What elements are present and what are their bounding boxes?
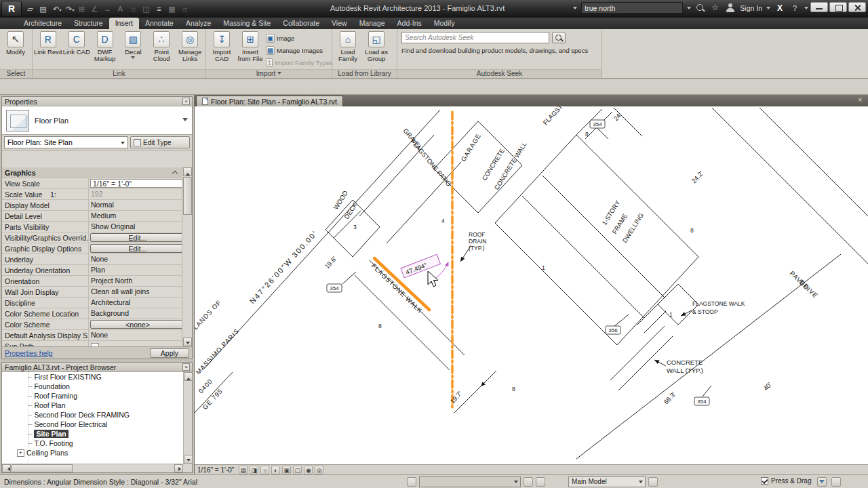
ribbon-button[interactable]: ∴ Point Cloud bbox=[147, 30, 176, 68]
property-row[interactable]: Discipline Architectural bbox=[2, 298, 192, 308]
aligned-dimension-icon[interactable]: ↔ bbox=[102, 3, 113, 14]
scroll-down-icon[interactable] bbox=[184, 455, 193, 464]
close-icon[interactable] bbox=[182, 363, 190, 371]
browser-vertical-scrollbar[interactable] bbox=[183, 372, 192, 464]
seek-panel-title[interactable]: Autodesk Seek bbox=[397, 69, 601, 78]
visual-style-icon[interactable]: ◨ bbox=[250, 466, 258, 474]
browser-horizontal-scrollbar[interactable] bbox=[2, 464, 183, 472]
redo-icon[interactable]: ↷ bbox=[63, 3, 75, 14]
search-icon[interactable] bbox=[695, 3, 706, 14]
ribbon-tab[interactable]: Insert bbox=[109, 18, 139, 29]
modify-button[interactable]: ↖ Modify bbox=[1, 30, 30, 68]
property-value[interactable]: 192 bbox=[89, 189, 192, 199]
ribbon-button[interactable]: R Link Revit bbox=[34, 30, 62, 68]
maximize-button[interactable] bbox=[829, 2, 847, 12]
apply-button[interactable]: Apply bbox=[150, 348, 189, 358]
detail-level-icon[interactable]: ▤ bbox=[239, 466, 248, 474]
property-value[interactable]: Edit... bbox=[89, 232, 192, 243]
browser-tree-item[interactable]: First Floor EXISTING bbox=[2, 372, 183, 382]
property-row[interactable]: Graphic Display Options Edit... bbox=[2, 243, 192, 254]
section-icon[interactable]: ◫ bbox=[140, 3, 152, 14]
ribbon-tab[interactable]: Architecture bbox=[18, 18, 68, 29]
close-view-icon[interactable] bbox=[856, 96, 865, 105]
ribbon-button[interactable]: ⊞ Insert from File bbox=[236, 30, 264, 68]
property-value[interactable]: <none> bbox=[89, 319, 192, 329]
ribbon-tab[interactable]: Structure bbox=[68, 18, 109, 29]
sign-in-button[interactable]: Sign In bbox=[740, 4, 762, 12]
browser-tree-item[interactable]: Second Floor Deck FRAMING bbox=[2, 410, 183, 420]
chevron-down-icon[interactable] bbox=[182, 118, 188, 124]
open-icon[interactable]: ▱ bbox=[24, 3, 36, 14]
browser-tree-item[interactable]: T.O. Footing bbox=[2, 439, 183, 448]
angle-dimension-label[interactable]: 47.494° bbox=[401, 254, 441, 277]
show-crop-region-icon[interactable]: ▢ bbox=[293, 466, 302, 474]
ribbon-tab[interactable]: Annotate bbox=[139, 18, 180, 29]
print-icon[interactable]: ⊞ bbox=[76, 3, 87, 14]
ribbon-tab[interactable]: Modify bbox=[428, 18, 461, 29]
favorites-icon[interactable] bbox=[710, 3, 721, 14]
property-value[interactable] bbox=[89, 341, 192, 346]
property-value[interactable]: None bbox=[89, 254, 192, 264]
ribbon-button[interactable]: D DWF Markup bbox=[91, 30, 119, 68]
select-panel-title[interactable]: Select bbox=[0, 69, 32, 78]
browser-tree-item[interactable]: Ceiling Plans bbox=[2, 448, 183, 458]
edit-type-button[interactable]: Edit Type bbox=[130, 136, 190, 148]
property-row[interactable]: Detail Level Medium bbox=[2, 211, 192, 222]
property-row[interactable]: Underlay None bbox=[2, 254, 192, 265]
measure-icon[interactable]: ∠ bbox=[89, 3, 100, 14]
property-row[interactable]: Default Analysis Display S... None bbox=[2, 330, 192, 341]
drawing-area[interactable]: 47.494° N47°26'00"W 300.00' LANDS OF MAS… bbox=[195, 106, 868, 464]
chevron-down-icon[interactable] bbox=[687, 7, 691, 12]
ribbon-small-button[interactable]: ↥ Import Family Types bbox=[264, 56, 330, 68]
type-selector[interactable]: Floor Plan bbox=[2, 106, 192, 135]
infocenter-search-input[interactable] bbox=[581, 2, 683, 14]
property-row[interactable]: Underlay Orientation Plan bbox=[2, 265, 192, 276]
property-value[interactable]: Architectural bbox=[89, 298, 192, 308]
property-value[interactable]: Plan bbox=[89, 265, 192, 275]
design-option-combobox[interactable]: Main Model bbox=[568, 476, 646, 487]
properties-header[interactable]: Properties bbox=[2, 97, 192, 106]
minimize-button[interactable] bbox=[810, 2, 828, 12]
properties-scrollbar[interactable] bbox=[182, 167, 192, 346]
ribbon-tab[interactable]: View bbox=[326, 18, 353, 29]
ribbon-button[interactable]: ◱ Load as Group bbox=[362, 30, 391, 68]
filter-icon[interactable] bbox=[817, 477, 827, 487]
import-panel-title[interactable]: Import bbox=[206, 69, 332, 78]
close-button[interactable] bbox=[848, 2, 866, 12]
load-panel-title[interactable]: Load from Library bbox=[332, 69, 397, 78]
ribbon-tab[interactable]: Manage bbox=[353, 18, 391, 29]
browser-tree-item[interactable]: Site Plan bbox=[2, 429, 183, 439]
property-row[interactable]: Scale Value 1: 192 bbox=[2, 189, 192, 200]
property-row[interactable]: Parts Visibility Show Original bbox=[2, 222, 192, 232]
ribbon-tab[interactable]: Massing & Site bbox=[217, 18, 277, 29]
temporary-hide-isolate-icon[interactable]: ◉ bbox=[304, 466, 313, 474]
chevron-down-icon[interactable] bbox=[766, 7, 770, 12]
ribbon-button[interactable]: ⌂ Load Family bbox=[334, 30, 362, 68]
property-value[interactable]: Clean all wall joins bbox=[89, 287, 192, 297]
browser-tree-item[interactable]: Roof Plan bbox=[2, 401, 183, 410]
crop-view-icon[interactable]: ▣ bbox=[282, 466, 291, 474]
ribbon-button[interactable]: ◎ Manage Links bbox=[176, 30, 204, 68]
property-row[interactable]: Color Scheme <none> bbox=[2, 319, 192, 330]
shadows-icon[interactable]: ◐ bbox=[271, 466, 280, 474]
link-panel-title[interactable]: Link bbox=[33, 69, 205, 78]
switch-windows-icon[interactable]: ▦ bbox=[166, 3, 178, 14]
worksets-icon[interactable] bbox=[407, 477, 416, 487]
browser-tree-item[interactable]: Second Floor Electrical bbox=[2, 420, 183, 429]
property-value[interactable]: Background bbox=[89, 308, 192, 319]
exchange-apps-icon[interactable]: X bbox=[774, 3, 785, 14]
project-browser-header[interactable]: Famiglio ALT3.rvt - Project Browser bbox=[2, 363, 192, 372]
scroll-down-icon[interactable] bbox=[183, 338, 192, 346]
ribbon-button[interactable]: C Link CAD bbox=[62, 30, 91, 68]
exclude-options-icon[interactable] bbox=[648, 477, 658, 487]
property-value[interactable]: None bbox=[89, 330, 192, 340]
text-icon[interactable]: A bbox=[115, 3, 126, 14]
view-scale-button[interactable]: 1/16" = 1'-0" bbox=[197, 466, 234, 474]
property-row[interactable]: Graphics bbox=[2, 167, 192, 178]
selection-toggle-icon[interactable] bbox=[831, 477, 841, 487]
seek-search-input[interactable] bbox=[401, 32, 549, 43]
view-tab[interactable]: Floor Plan: Site Plan - Famiglio ALT3.rv… bbox=[196, 96, 343, 106]
instance-selector[interactable]: Floor Plan: Site Plan bbox=[4, 136, 128, 148]
property-row[interactable]: Orientation Project North bbox=[2, 276, 192, 287]
workset-combobox[interactable] bbox=[419, 476, 521, 487]
